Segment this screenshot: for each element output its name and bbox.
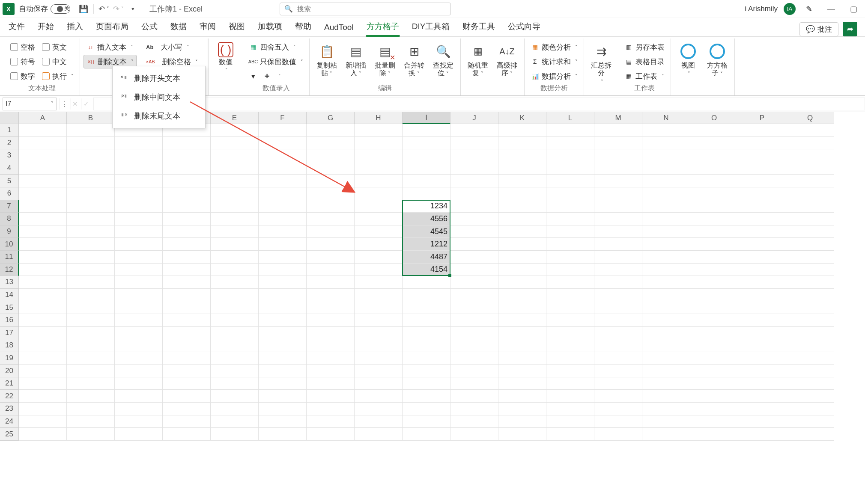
cell-H12[interactable] xyxy=(355,264,403,276)
chk-space[interactable]: 空格 xyxy=(8,40,38,54)
fb-more-icon[interactable]: ⋮ xyxy=(59,98,69,110)
cell-C9[interactable] xyxy=(115,225,163,238)
qat-customize-icon[interactable]: ▾ xyxy=(126,3,139,15)
cell-J14[interactable] xyxy=(450,289,498,302)
cell-E15[interactable] xyxy=(211,301,259,314)
cell-I21[interactable] xyxy=(403,377,450,390)
cell-Q5[interactable] xyxy=(786,175,834,187)
cell-M24[interactable] xyxy=(594,415,642,428)
cell-E23[interactable] xyxy=(211,403,259,415)
cell-G17[interactable] xyxy=(307,327,355,340)
cell-A20[interactable] xyxy=(19,365,67,377)
worksheet-button[interactable]: ▦工作表˅ xyxy=(622,69,667,83)
cell-K2[interactable] xyxy=(498,137,546,150)
col-header-I[interactable]: I xyxy=(403,112,450,124)
cell-N11[interactable] xyxy=(642,251,690,264)
cell-K20[interactable] xyxy=(498,365,546,377)
cell-G6[interactable] xyxy=(307,187,355,200)
cell-Q3[interactable] xyxy=(786,149,834,162)
cell-F13[interactable] xyxy=(259,276,307,289)
cell-H3[interactable] xyxy=(355,149,403,162)
chk-number[interactable]: 数字 xyxy=(8,69,38,83)
cell-D7[interactable] xyxy=(163,200,211,213)
cell-G16[interactable] xyxy=(307,314,355,327)
cell-G23[interactable] xyxy=(307,403,355,415)
col-header-K[interactable]: K xyxy=(498,112,546,124)
cell-Q2[interactable] xyxy=(786,137,834,150)
cell-C20[interactable] xyxy=(115,365,163,377)
cell-E16[interactable] xyxy=(211,314,259,327)
cell-E4[interactable] xyxy=(211,162,259,175)
cell-D9[interactable] xyxy=(163,225,211,238)
cell-O11[interactable] xyxy=(690,251,738,264)
cell-L20[interactable] xyxy=(546,365,594,377)
cell-C13[interactable] xyxy=(115,276,163,289)
row-header-10[interactable]: 10 xyxy=(0,238,19,251)
cell-J21[interactable] xyxy=(450,377,498,390)
cell-O10[interactable] xyxy=(690,238,738,251)
cell-L14[interactable] xyxy=(546,289,594,302)
numeric-tools-row[interactable]: ▾ + ˅ xyxy=(246,69,306,83)
cell-H13[interactable] xyxy=(355,276,403,289)
data-analysis-button[interactable]: 📊数据分析˅ xyxy=(528,69,580,83)
cell-B6[interactable] xyxy=(67,187,115,200)
cell-P10[interactable] xyxy=(738,238,786,251)
chk-chinese[interactable]: 中文 xyxy=(39,55,76,68)
cell-D23[interactable] xyxy=(163,403,211,415)
cell-A3[interactable] xyxy=(19,149,67,162)
avatar[interactable]: IA xyxy=(784,3,796,15)
cell-B10[interactable] xyxy=(67,238,115,251)
col-header-P[interactable]: P xyxy=(738,112,786,124)
cell-E21[interactable] xyxy=(211,377,259,390)
cell-A14[interactable] xyxy=(19,289,67,302)
cell-I1[interactable] xyxy=(403,124,450,137)
cell-A10[interactable] xyxy=(19,238,67,251)
cell-E14[interactable] xyxy=(211,289,259,302)
cell-Q19[interactable] xyxy=(786,352,834,365)
cell-F20[interactable] xyxy=(259,365,307,377)
cell-G15[interactable] xyxy=(307,301,355,314)
cell-O4[interactable] xyxy=(690,162,738,175)
cell-F12[interactable] xyxy=(259,264,307,276)
cell-H9[interactable] xyxy=(355,225,403,238)
cell-C4[interactable] xyxy=(115,162,163,175)
cell-F15[interactable] xyxy=(259,301,307,314)
cell-A1[interactable] xyxy=(19,124,67,137)
cell-Q21[interactable] xyxy=(786,377,834,390)
cell-L4[interactable] xyxy=(546,162,594,175)
col-header-J[interactable]: J xyxy=(450,112,498,124)
cell-I16[interactable] xyxy=(403,314,450,327)
cell-D16[interactable] xyxy=(163,314,211,327)
cell-K16[interactable] xyxy=(498,314,546,327)
row-header-1[interactable]: 1 xyxy=(0,124,19,137)
tab-insert[interactable]: 插入 xyxy=(66,18,84,36)
cell-L8[interactable] xyxy=(546,213,594,225)
cell-Q14[interactable] xyxy=(786,289,834,302)
cell-E24[interactable] xyxy=(211,415,259,428)
row-header-11[interactable]: 11 xyxy=(0,251,19,264)
col-header-G[interactable]: G xyxy=(307,112,355,124)
dd-delete-tail[interactable]: ııı×删除末尾文本 xyxy=(113,107,205,125)
cell-E11[interactable] xyxy=(211,251,259,264)
row-header-14[interactable]: 14 xyxy=(0,289,19,302)
cell-I19[interactable] xyxy=(403,352,450,365)
cell-P1[interactable] xyxy=(738,124,786,137)
cell-L25[interactable] xyxy=(546,428,594,441)
cell-N2[interactable] xyxy=(642,137,690,150)
cell-N3[interactable] xyxy=(642,149,690,162)
cell-N7[interactable] xyxy=(642,200,690,213)
cell-L9[interactable] xyxy=(546,225,594,238)
row-header-16[interactable]: 16 xyxy=(0,314,19,327)
cell-A19[interactable] xyxy=(19,352,67,365)
cell-J9[interactable] xyxy=(450,225,498,238)
cell-P8[interactable] xyxy=(738,213,786,225)
formula-input[interactable] xyxy=(93,98,865,110)
cell-J22[interactable] xyxy=(450,390,498,403)
cell-N5[interactable] xyxy=(642,175,690,187)
cell-F19[interactable] xyxy=(259,352,307,365)
view-button[interactable]: 视图˅ xyxy=(674,40,702,79)
cell-L23[interactable] xyxy=(546,403,594,415)
cell-Q13[interactable] xyxy=(786,276,834,289)
tab-review[interactable]: 审阅 xyxy=(199,18,217,36)
cell-E13[interactable] xyxy=(211,276,259,289)
